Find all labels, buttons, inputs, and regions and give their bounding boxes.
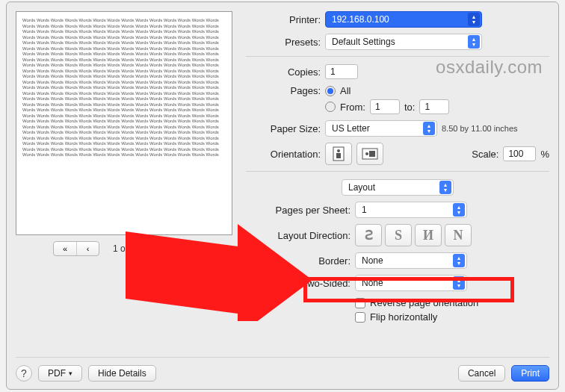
percent-label: %	[540, 149, 549, 160]
svg-rect-2	[336, 153, 341, 158]
cancel-button[interactable]: Cancel	[458, 365, 505, 382]
pages-label: Pages:	[246, 85, 321, 96]
layout-dir-1[interactable]: Ƨ	[355, 224, 382, 246]
pages-per-sheet-select[interactable]: 1 ▴▾	[355, 202, 467, 218]
orientation-portrait-button[interactable]	[325, 143, 352, 165]
preview-text: Words Words Words Words Words Words Word…	[22, 18, 226, 158]
copies-input[interactable]: 1	[325, 64, 358, 79]
svg-point-1	[337, 149, 340, 152]
scale-label: Scale:	[472, 149, 498, 160]
page-indicator: 1 of 3	[105, 243, 143, 254]
svg-point-4	[365, 152, 368, 155]
chevron-updown-icon: ▴▾	[468, 13, 480, 26]
last-page-button[interactable]: »	[172, 242, 194, 255]
from-input[interactable]: 1	[370, 99, 400, 114]
flip-checkbox[interactable]	[355, 312, 365, 323]
presets-label: Presets:	[246, 37, 321, 48]
two-sided-select[interactable]: None ▴▾	[355, 275, 467, 291]
dialog-footer: ? PDF ▾ Hide Details Cancel Print	[16, 357, 549, 382]
reverse-checkbox[interactable]	[355, 298, 365, 308]
border-select[interactable]: None ▴▾	[355, 252, 467, 269]
chevron-updown-icon: ▴▾	[423, 122, 435, 135]
flip-label: Flip horizontally	[370, 311, 437, 323]
copies-label: Copies:	[246, 66, 321, 78]
printer-label: Printer:	[246, 14, 321, 25]
pages-from-radio[interactable]	[325, 102, 336, 112]
paper-size-select[interactable]: US Letter ▴▾	[325, 120, 437, 137]
hide-details-button[interactable]: Hide Details	[88, 365, 156, 382]
settings-column: Printer: 192.168.0.100 ▴▾ Presets: Defau…	[246, 11, 549, 329]
border-label: Border:	[246, 255, 351, 267]
pages-to-text: to:	[404, 102, 415, 113]
help-button[interactable]: ?	[16, 365, 32, 382]
to-input[interactable]: 1	[419, 99, 449, 114]
chevron-updown-icon: ▴▾	[453, 203, 465, 217]
pages-from-text: From:	[340, 102, 365, 113]
svg-rect-5	[369, 151, 375, 157]
print-button[interactable]: Print	[511, 365, 549, 382]
pages-all-radio[interactable]	[325, 86, 336, 96]
reverse-label: Reverse page orientation	[370, 297, 478, 308]
chevron-updown-icon: ▴▾	[439, 181, 451, 194]
first-page-button[interactable]: «	[54, 242, 76, 255]
divider	[246, 56, 549, 57]
divider	[246, 171, 549, 172]
layout-dir-3[interactable]: И	[415, 224, 442, 246]
presets-select[interactable]: Default Settings ▴▾	[325, 34, 482, 50]
next-page-button[interactable]: ›	[149, 242, 172, 255]
layout-direction-label: Layout Direction:	[246, 230, 351, 241]
scale-input[interactable]: 100	[503, 146, 536, 161]
pps-label: Pages per Sheet:	[246, 205, 351, 216]
paper-dimensions: 8.50 by 11.00 inches	[442, 124, 518, 133]
section-select[interactable]: Layout ▴▾	[342, 179, 454, 196]
printer-select[interactable]: 192.168.0.100 ▴▾	[325, 11, 482, 28]
prev-page-button[interactable]: ‹	[76, 242, 99, 255]
chevron-down-icon: ▾	[69, 370, 72, 377]
page-preview: Words Words Words Words Words Words Word…	[16, 11, 232, 235]
chevron-updown-icon: ▴▾	[468, 35, 480, 49]
layout-direction-group: Ƨ S И N	[355, 224, 472, 246]
pdf-menu-button[interactable]: PDF ▾	[38, 365, 82, 382]
orientation-label: Orientation:	[246, 149, 321, 160]
paper-size-label: Paper Size:	[246, 123, 321, 134]
landscape-icon	[362, 148, 378, 160]
layout-dir-2[interactable]: S	[385, 224, 412, 246]
two-sided-label: Two-Sided:	[246, 278, 351, 289]
orientation-landscape-button[interactable]	[356, 143, 383, 165]
portrait-icon	[332, 146, 345, 161]
print-dialog: Words Words Words Words Words Words Word…	[6, 1, 559, 390]
chevron-updown-icon: ▴▾	[453, 254, 465, 267]
layout-dir-4[interactable]: N	[445, 224, 472, 246]
chevron-updown-icon: ▴▾	[453, 276, 465, 290]
pager: « ‹ 1 of 3 › »	[16, 241, 232, 256]
preview-column: Words Words Words Words Words Words Word…	[16, 11, 232, 329]
pages-all-text: All	[340, 85, 351, 96]
